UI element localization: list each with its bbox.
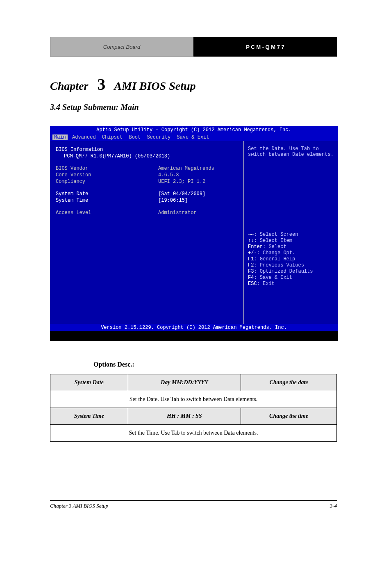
bios-board: PCM-QM77 R1.0(PM77AM10) (05/03/2013) <box>56 153 238 159</box>
bios-help-panel: Set the Date. Use Tab to switch between … <box>243 141 338 324</box>
table-row: System Time HH : MM : SS Change the time <box>50 408 337 425</box>
bios-screenshot: Aptio Setup Utility – Copyright (C) 2012… <box>50 126 338 341</box>
label: Core Version <box>56 172 158 178</box>
label: Access Level <box>56 210 158 216</box>
value: Administrator <box>158 210 197 216</box>
value: American Megatrends <box>158 166 214 171</box>
table-row: System Date Day MM:DD:YYYY Change the da… <box>50 374 337 391</box>
tab-main[interactable]: Main <box>52 134 68 140</box>
label: BIOS Vendor <box>56 166 158 171</box>
help-line: Set the Date. Use Tab to <box>248 146 334 152</box>
cell: Set the Time. Use Tab to switch between … <box>50 425 337 442</box>
bios-tabs: Main Advanced Chipset Boot Security Save… <box>50 134 338 141</box>
system-time-row[interactable]: System Time[19:06:15] <box>56 198 238 203</box>
key-line: F3: Optimized Defaults <box>248 269 313 274</box>
value: 4.6.5.3 <box>158 172 179 178</box>
key-line: ESC: Exit <box>248 281 313 287</box>
section-title: 3.4 Setup Submenu: Main <box>50 103 139 112</box>
label: Compliancy <box>56 179 158 185</box>
access-level-row: Access LevelAdministrator <box>56 210 238 216</box>
system-date-row[interactable]: System Date[Sat 04/04/2009] <box>56 191 238 197</box>
header-banner: Compact Board P C M - Q M 7 7 <box>50 37 337 57</box>
help-line: switch between Date elements. <box>248 152 334 157</box>
page-footer: Chapter 3 AMI BIOS Setup 3-4 <box>50 503 337 509</box>
cell: System Date <box>50 374 128 391</box>
bios-row: CompliancyUEFI 2.3; PI 1.2 <box>56 179 238 185</box>
key-line: →←: Select Screen <box>248 232 313 237</box>
tab-security[interactable]: Security <box>145 134 172 140</box>
bios-body: BIOS Information PCM-QM77 R1.0(PM77AM10)… <box>50 141 338 324</box>
options-desc: Options Desc.: <box>93 361 134 368</box>
tab-save-exit[interactable]: Save & Exit <box>175 134 211 140</box>
key-line: ↑↓: Select Item <box>248 238 313 244</box>
bios-row: Core Version4.6.5.3 <box>56 172 238 178</box>
table-row: Set the Time. Use Tab to switch between … <box>50 425 337 442</box>
cell: Change the date <box>241 374 337 391</box>
cell: HH : MM : SS <box>128 408 241 425</box>
bios-row: BIOS VendorAmerican Megatrends <box>56 166 238 171</box>
footer-left: Chapter 3 AMI BIOS Setup <box>50 503 108 509</box>
tab-chipset[interactable]: Chipset <box>100 134 124 140</box>
footer-divider <box>50 500 337 501</box>
table-row: Set the Date. Use Tab to switch between … <box>50 391 337 408</box>
cell: Day MM:DD:YYYY <box>128 374 241 391</box>
cell: Change the time <box>241 408 337 425</box>
bios-info-title: BIOS Information <box>56 147 238 153</box>
key-line: F1: General Help <box>248 256 313 262</box>
key-line: F2: Previous Values <box>248 262 313 268</box>
options-table: System Date Day MM:DD:YYYY Change the da… <box>50 374 337 442</box>
value: [19:06:15] <box>158 198 188 203</box>
chapter-title: AMI BIOS Setup <box>114 80 196 92</box>
chapter-heading: Chapter 3 AMI BIOS Setup <box>50 75 196 94</box>
banner-left: Compact Board <box>50 37 193 57</box>
value: UEFI 2.3; PI 1.2 <box>158 179 205 185</box>
banner-right: P C M - Q M 7 7 <box>193 37 337 57</box>
cell: System Time <box>50 408 128 425</box>
bios-footer: Version 2.15.1229. Copyright (C) 2012 Am… <box>50 324 338 331</box>
chapter-number: 3 <box>91 75 111 94</box>
tab-advanced[interactable]: Advanced <box>70 134 98 140</box>
bios-main-panel: BIOS Information PCM-QM77 R1.0(PM77AM10)… <box>50 141 243 324</box>
key-help: →←: Select Screen ↑↓: Select Item Enter:… <box>248 231 313 287</box>
tab-boot[interactable]: Boot <box>127 134 142 140</box>
key-line: Enter: Select <box>248 244 313 250</box>
cell: Set the Date. Use Tab to switch between … <box>50 391 337 408</box>
bios-header: Aptio Setup Utility – Copyright (C) 2012… <box>50 126 338 134</box>
label: System Time <box>56 198 158 203</box>
key-line: +/-: Change Opt. <box>248 250 313 256</box>
key-line: F4: Save & Exit <box>248 275 313 280</box>
label: System Date <box>56 191 158 197</box>
footer-right: 3-4 <box>330 503 337 509</box>
chapter-prefix: Chapter <box>50 80 88 92</box>
value: [Sat 04/04/2009] <box>158 191 205 197</box>
